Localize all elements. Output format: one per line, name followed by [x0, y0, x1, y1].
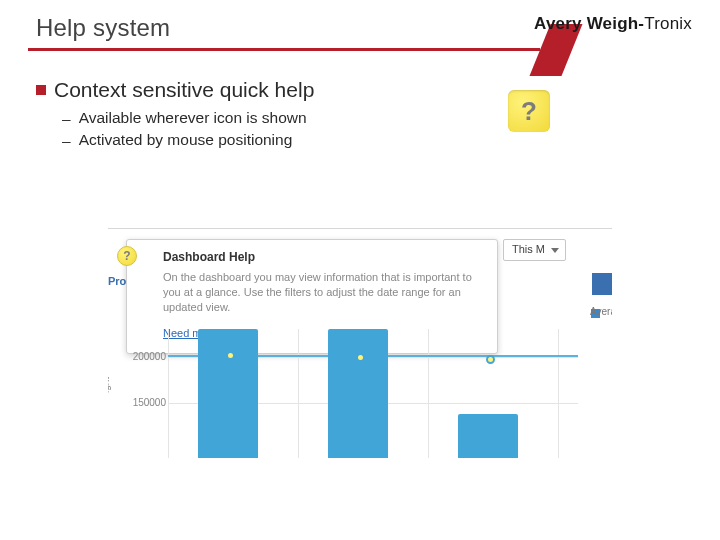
sub-bullet: – Activated by mouse positioning [62, 130, 476, 152]
legend-label: Averag [590, 306, 612, 317]
chart-bar [458, 414, 518, 458]
chart-point [226, 351, 235, 360]
panel-label-left: Pro [108, 275, 126, 287]
tooltip-help-icon[interactable]: ? [117, 246, 137, 266]
bullet-level1: Context sensitive quick help [36, 78, 476, 102]
sub-bullet-text: Available wherever icon is shown [79, 108, 307, 129]
brand-logo: Avery Weigh-Tronix [534, 14, 692, 34]
gridline [168, 329, 169, 458]
dash-icon: – [62, 109, 71, 130]
chart-bar [328, 329, 388, 458]
bar-chart: ight 200000 150000 [108, 329, 578, 458]
gridline [428, 329, 429, 458]
date-range-dropdown[interactable]: This M [503, 239, 566, 261]
embedded-screenshot: Pro ? Dashboard Help On the dashboard yo… [108, 228, 612, 458]
header-rule [28, 48, 540, 51]
y-tick: 200000 [126, 351, 166, 362]
slide-header: Help system Avery Weigh-Tronix [0, 0, 720, 56]
slide-title: Help system [36, 14, 170, 42]
tooltip-title: Dashboard Help [163, 250, 483, 264]
gridline [558, 329, 559, 458]
sub-bullet: – Available wherever icon is shown [62, 108, 476, 130]
question-mark-icon: ? [521, 96, 537, 127]
chart-bar [198, 329, 258, 458]
body-content: Context sensitive quick help – Available… [36, 78, 476, 152]
question-mark-icon: ? [123, 249, 130, 263]
chart-point [486, 355, 495, 364]
sub-bullets: – Available wherever icon is shown – Act… [36, 108, 476, 152]
dropdown-value: This M [512, 243, 545, 255]
slide: Help system Avery Weigh-Tronix Context s… [0, 0, 720, 540]
dash-icon: – [62, 131, 71, 152]
square-bullet-icon [36, 85, 46, 95]
y-axis-label: ight [108, 377, 111, 393]
panel-header-fragment [592, 273, 612, 295]
brand-secondary: Tronix [644, 14, 692, 33]
bullet-text: Context sensitive quick help [54, 78, 314, 102]
tooltip-body: On the dashboard you may view informatio… [163, 270, 483, 315]
help-icon[interactable]: ? [508, 90, 550, 132]
gridline [298, 329, 299, 458]
y-tick: 150000 [126, 397, 166, 408]
sub-bullet-text: Activated by mouse positioning [79, 130, 293, 151]
chart-point [356, 353, 365, 362]
brand-primary: Avery Weigh- [534, 14, 644, 33]
